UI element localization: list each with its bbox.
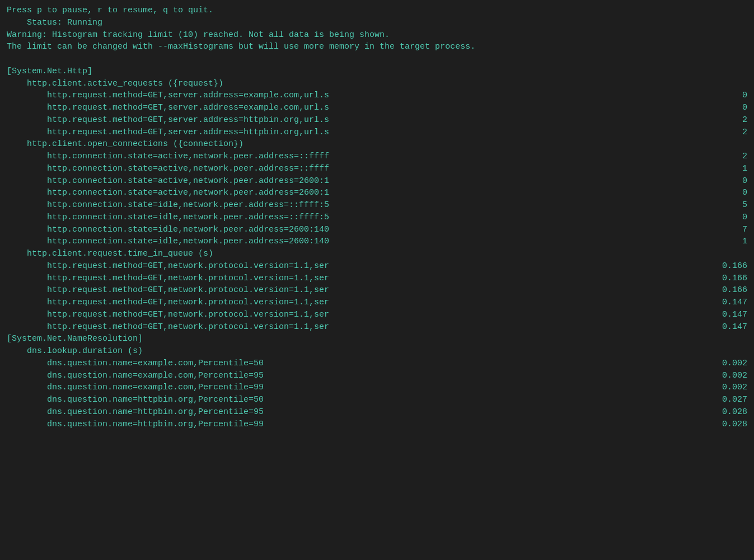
table-row: http.request.method=GET,network.protocol… (7, 309, 747, 321)
row-label: http.request.method=GET,network.protocol… (7, 284, 329, 297)
row-label: http.connection.state=active,network.pee… (7, 150, 329, 163)
sections-container: [System.Net.Http] http.client.active_req… (7, 65, 747, 431)
metric-label-0-0: http.client.active_requests ({request}) (7, 78, 747, 90)
table-row: http.request.method=GET,network.protocol… (7, 297, 747, 309)
row-label: dns.question.name=httpbin.org,Percentile… (7, 418, 264, 431)
row-label: dns.question.name=httpbin.org,Percentile… (7, 394, 264, 406)
row-value: 0.028 (680, 406, 747, 418)
row-label: http.connection.state=idle,network.peer.… (7, 199, 329, 211)
row-label: dns.question.name=example.com,Percentile… (7, 357, 264, 370)
table-row: dns.question.name=httpbin.org,Percentile… (7, 406, 747, 418)
row-value: 0.027 (680, 394, 747, 406)
table-row: http.request.method=GET,network.protocol… (7, 321, 747, 333)
table-row: dns.question.name=httpbin.org,Percentile… (7, 418, 747, 431)
row-label: http.request.method=GET,network.protocol… (7, 309, 329, 321)
row-label: dns.question.name=example.com,Percentile… (7, 370, 264, 382)
row-value: 7 (680, 224, 747, 236)
row-label: http.request.method=GET,network.protocol… (7, 321, 329, 333)
row-label: http.request.method=GET,server.address=e… (7, 102, 329, 114)
row-value: 2 (680, 126, 747, 139)
table-row: http.connection.state=active,network.pee… (7, 163, 747, 175)
row-label: http.connection.state=idle,network.peer.… (7, 224, 329, 236)
section-label-1: [System.Net.NameResolution] (7, 333, 747, 345)
metric-label-0-2: http.client.request.time_in_queue (s) (7, 248, 747, 260)
table-row: http.request.method=GET,network.protocol… (7, 284, 747, 297)
table-row: http.request.method=GET,server.address=h… (7, 114, 747, 126)
table-row: dns.question.name=httpbin.org,Percentile… (7, 394, 747, 406)
table-row: http.request.method=GET,server.address=h… (7, 126, 747, 139)
row-label: http.request.method=GET,server.address=h… (7, 126, 329, 139)
metric-label-1-0: dns.lookup.duration (s) (7, 345, 747, 357)
row-value: 0 (680, 175, 747, 187)
table-row: http.request.method=GET,network.protocol… (7, 272, 747, 285)
table-row: dns.question.name=example.com,Percentile… (7, 370, 747, 382)
table-row: dns.question.name=example.com,Percentile… (7, 357, 747, 370)
header-line2: Status: Running (7, 17, 747, 29)
header-line3: Warning: Histogram tracking limit (10) r… (7, 29, 747, 41)
row-value: 0.147 (680, 309, 747, 321)
row-value: 0.166 (680, 284, 747, 297)
row-value: 0.166 (680, 272, 747, 285)
row-label: http.connection.state=active,network.pee… (7, 187, 329, 199)
row-value: 2 (680, 150, 747, 163)
row-value: 2 (680, 114, 747, 126)
row-label: http.connection.state=idle,network.peer.… (7, 236, 329, 248)
row-label: http.request.method=GET,network.protocol… (7, 260, 329, 272)
row-value: 0.147 (680, 297, 747, 309)
row-label: http.request.method=GET,server.address=h… (7, 114, 329, 126)
row-value: 0 (680, 211, 747, 224)
row-label: http.request.method=GET,network.protocol… (7, 272, 329, 285)
table-row: http.request.method=GET,server.address=e… (7, 90, 747, 102)
row-value: 0.166 (680, 260, 747, 272)
header-line4: The limit can be changed with --maxHisto… (7, 41, 747, 53)
row-label: dns.question.name=example.com,Percentile… (7, 382, 264, 394)
row-value: 0.002 (680, 370, 747, 382)
header-line1: Press p to pause, r to resume, q to quit… (7, 4, 747, 17)
metric-label-0-1: http.client.open_connections ({connectio… (7, 138, 747, 150)
row-value: 0 (680, 90, 747, 102)
table-row: dns.question.name=example.com,Percentile… (7, 382, 747, 394)
row-value: 0 (680, 187, 747, 199)
table-row: http.connection.state=idle,network.peer.… (7, 236, 747, 248)
row-label: http.request.method=GET,server.address=e… (7, 90, 329, 102)
row-value: 0.002 (680, 357, 747, 370)
table-row: http.connection.state=idle,network.peer.… (7, 199, 747, 211)
row-label: dns.question.name=httpbin.org,Percentile… (7, 406, 264, 418)
row-label: http.connection.state=active,network.pee… (7, 163, 329, 175)
row-value: 0.028 (680, 418, 747, 431)
row-value: 0 (680, 102, 747, 114)
row-value: 0.147 (680, 321, 747, 333)
row-label: http.connection.state=idle,network.peer.… (7, 211, 329, 224)
section-label-0: [System.Net.Http] (7, 65, 747, 78)
table-row: http.connection.state=active,network.pee… (7, 175, 747, 187)
row-value: 1 (680, 163, 747, 175)
row-value: 5 (680, 199, 747, 211)
row-value: 0.002 (680, 382, 747, 394)
table-row: http.connection.state=active,network.pee… (7, 150, 747, 163)
blank-line-1 (7, 53, 747, 65)
table-row: http.connection.state=active,network.pee… (7, 187, 747, 199)
table-row: http.request.method=GET,server.address=e… (7, 102, 747, 114)
row-label: http.connection.state=active,network.pee… (7, 175, 329, 187)
table-row: http.request.method=GET,network.protocol… (7, 260, 747, 272)
row-label: http.request.method=GET,network.protocol… (7, 297, 329, 309)
row-value: 1 (680, 236, 747, 248)
table-row: http.connection.state=idle,network.peer.… (7, 211, 747, 224)
table-row: http.connection.state=idle,network.peer.… (7, 224, 747, 236)
